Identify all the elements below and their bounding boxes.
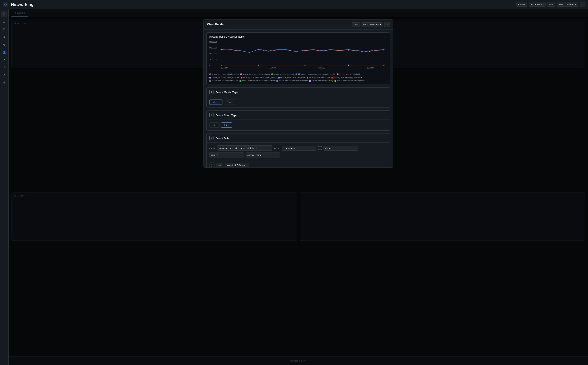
step2-section: 2 Select Chart Type Bar Line xyxy=(206,110,390,131)
metric-type-metric[interactable]: Metric xyxy=(209,99,222,105)
cb-pause-button[interactable]: ⏸ xyxy=(384,22,389,27)
chart-builder-title: Chart Builder xyxy=(207,23,224,26)
preview-chart-container: Inbound Traffic By Service Name ••• 8000… xyxy=(206,32,390,85)
function-name[interactable]: monotonicDifference xyxy=(225,163,249,167)
step2-title: Select Chart Type xyxy=(215,114,237,117)
svg-text:40000000: 40000000 xyxy=(209,53,217,55)
filter-op-badge[interactable]: = xyxy=(318,146,322,150)
legend-item-kafka: service_name=demo-kafka xyxy=(307,77,330,78)
step1-header: 1 Select Metric Type xyxy=(207,88,390,97)
legend-item-productcatalog: service_name=demo-productcatalogservice xyxy=(241,77,277,78)
sidebar-icon-network[interactable]: ◈ xyxy=(1,34,7,40)
preview-chart-title: Inbound Traffic By Service Name ••• xyxy=(209,35,387,38)
time-short[interactable]: 15m xyxy=(547,2,555,7)
svg-point-18 xyxy=(348,49,349,50)
svg-text:60000000: 60000000 xyxy=(209,47,217,49)
legend-item-imageprovider: service_name=demo-imageprovider xyxy=(209,77,239,78)
sidebar-icon-alert[interactable]: ⚠ xyxy=(1,64,7,70)
step2-header: 2 Select Chart Type xyxy=(207,111,390,120)
chevron-down-icon: ▾ xyxy=(542,3,544,6)
sidebar-icon-settings[interactable]: ⚙ xyxy=(1,79,7,85)
legend-item-cart: service_name=demo-cartservice xyxy=(278,77,305,78)
metric-type-trace[interactable]: Trace xyxy=(224,99,236,105)
preview-more-menu[interactable]: ••• xyxy=(384,35,387,38)
app-logo: ⬡ xyxy=(3,2,8,7)
chart-builder-header-controls: 15m Past 15 Minutes ▾ ⏸ xyxy=(352,22,389,27)
chart-builder-header: Chart Builder 15m Past 15 Minutes ▾ ⏸ xyxy=(204,20,393,30)
svg-point-15 xyxy=(221,49,221,50)
modal-overlay: Chart Builder 15m Past 15 Minutes ▾ ⏸ In… xyxy=(9,9,588,365)
app-title: Networking xyxy=(11,2,516,7)
sidebar-icon-box[interactable]: □ xyxy=(1,26,7,32)
svg-text:0: 0 xyxy=(209,64,210,66)
step2-content: Bar Line xyxy=(207,120,390,130)
group-by-input[interactable]: service_name xyxy=(246,153,280,157)
svg-text:20000000: 20000000 xyxy=(209,59,217,61)
legend-item-payment: service_name=demo-paymentservice xyxy=(331,77,362,78)
chart-type-line[interactable]: Line xyxy=(221,122,232,128)
svg-point-26 xyxy=(258,65,259,66)
svg-point-19 xyxy=(383,49,385,50)
topbar: ⬡ Networking Cluster All Clusters ▾ 15m … xyxy=(0,0,588,9)
legend-item-valkey: service_name=demo-valkey xyxy=(309,80,333,82)
legend-item-loadgenerator: service_name=demo-loadgenerator xyxy=(209,73,239,75)
cb-time-dropdown[interactable]: Past 15 Minutes ▾ xyxy=(361,22,383,27)
step3-header: 3 Select Data xyxy=(207,133,390,143)
cluster-dropdown[interactable]: All Clusters ▾ xyxy=(529,2,546,7)
sidebar-icon-user[interactable]: 👤 xyxy=(1,49,7,55)
svg-text:15:51:00: 15:51:00 xyxy=(318,67,325,69)
data-row: metric container_net_bytes_received_tota… xyxy=(209,145,387,157)
chevron-down-icon: ▾ xyxy=(575,3,576,6)
chart-type-group: Bar Line xyxy=(209,122,387,128)
step1-title: Select Metric Type xyxy=(215,91,238,94)
metric-label: metric xyxy=(209,147,215,149)
legend-item-frontend: service_name=demo-frontend xyxy=(271,73,297,75)
cb-time-badge[interactable]: 15m xyxy=(352,22,360,27)
step3-number: 3 xyxy=(209,136,214,140)
step1-number: 1 xyxy=(209,90,214,94)
sidebar: ⬡ ☰ □ ◈ ⊕ 👤 ● ⚠ ↗ ⚙ xyxy=(0,9,9,365)
step2-number: 2 xyxy=(209,113,214,117)
cluster-label: Cluster xyxy=(516,2,527,7)
where-label: where xyxy=(274,147,280,149)
svg-point-29 xyxy=(383,65,385,66)
legend-item-checkout: service_name=demo-checkoutservice xyxy=(277,80,308,82)
step3-content: metric container_net_bytes_received_tota… xyxy=(207,143,390,168)
sidebar-icon-arrow[interactable]: ↗ xyxy=(1,72,7,78)
pause-button[interactable]: ⏸ xyxy=(580,2,585,7)
svg-point-28 xyxy=(348,65,349,66)
svg-point-25 xyxy=(221,65,221,66)
legend-item-frontendproxy: service_name=demo-frontendproxy xyxy=(240,73,270,75)
agg-input[interactable]: sum ▲ ▼ xyxy=(209,152,244,157)
function-row: ƒ rate monotonicDifference xyxy=(209,160,387,168)
sidebar-icon-dot[interactable]: ● xyxy=(1,56,7,63)
chevron-down-icon: ▾ xyxy=(380,23,381,26)
legend-item-recommendation: service_name=demo-recommendationservice xyxy=(298,73,336,75)
sidebar-icon-list[interactable]: ☰ xyxy=(1,19,7,25)
step1-section: 1 Select Metric Type Metric Trace xyxy=(206,87,390,108)
svg-text:15:43:00: 15:43:00 xyxy=(221,67,228,69)
svg-text:15:47:00: 15:47:00 xyxy=(270,67,276,69)
chart-type-bar[interactable]: Bar xyxy=(209,122,220,128)
legend-item-fraud: service_name=demo-frauddetectionservice xyxy=(240,80,275,82)
filter-key-input[interactable]: namespace xyxy=(282,146,316,151)
chart-legend: service_name=demo-loadgenerator service_… xyxy=(209,73,387,82)
svg-point-17 xyxy=(304,49,305,50)
svg-text:15:55:00: 15:55:00 xyxy=(367,67,374,69)
time-dropdown[interactable]: Past 15 Minutes ▾ xyxy=(557,2,578,7)
function-icon: ƒ xyxy=(209,162,214,168)
function-badge[interactable]: rate xyxy=(216,163,223,167)
legend-item-flagd: service_name=demo-flagd xyxy=(337,73,360,75)
sidebar-icon-add[interactable]: ⊕ xyxy=(1,41,7,48)
preview-chart-area: 80000000 60000000 40000000 20000000 0 xyxy=(209,41,387,72)
legend-item-quote: service_name=demo-quoteservice xyxy=(209,80,238,82)
filter-value-input[interactable]: demo xyxy=(324,146,358,151)
svg-point-27 xyxy=(304,65,305,66)
sidebar-icon-grid[interactable]: ⬡ xyxy=(1,11,7,17)
step3-title: Select Data xyxy=(215,137,229,140)
metric-value-input[interactable]: container_net_bytes_received_total ▲ ▼ xyxy=(217,145,272,151)
metric-type-group: Metric Trace xyxy=(209,99,387,105)
step3-section: 3 Select Data metric container_net_bytes… xyxy=(206,133,390,168)
topbar-controls: Cluster All Clusters ▾ 15m Past 15 Minut… xyxy=(516,2,585,7)
chart-builder-modal: Chart Builder 15m Past 15 Minutes ▾ ⏸ In… xyxy=(203,19,393,168)
